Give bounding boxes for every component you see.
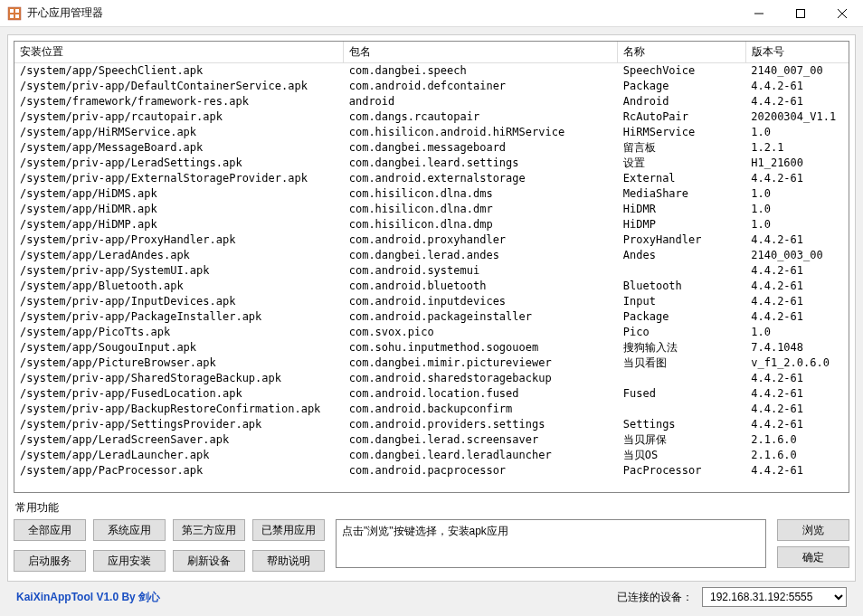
svg-rect-6 xyxy=(797,9,805,17)
cell-pkg: com.android.packageinstaller xyxy=(344,309,618,325)
minimize-button[interactable] xyxy=(738,0,780,27)
cell-ver: 7.4.1048 xyxy=(745,340,849,355)
ok-button[interactable]: 确定 xyxy=(777,546,849,568)
cell-name: ProxyHandler xyxy=(618,232,745,248)
install-path-box[interactable]: 点击"浏览"按键选择，安装apk应用 xyxy=(336,519,766,568)
browse-button[interactable]: 浏览 xyxy=(777,519,849,541)
help-button[interactable]: 帮助说明 xyxy=(252,550,325,572)
table-row[interactable]: /system/app/HiDMP.apkcom.hisilicon.dlna.… xyxy=(14,217,849,232)
table-row[interactable]: /system/priv-app/LeradSettings.apkcom.da… xyxy=(14,156,849,171)
cell-name: Settings xyxy=(618,417,745,432)
cell-ver: 4.4.2-61 xyxy=(745,386,849,402)
table-row[interactable]: /system/priv-app/ProxyHandler.apkcom.and… xyxy=(14,232,849,248)
cell-pkg: com.android.pacprocessor xyxy=(344,463,618,479)
table-row[interactable]: /system/framework/framework-res.apkandro… xyxy=(14,94,849,109)
cell-path: /system/app/PictureBrowser.apk xyxy=(14,355,344,371)
disabled-apps-button[interactable]: 已禁用应用 xyxy=(252,519,325,541)
table-row[interactable]: /system/app/HiDMR.apkcom.hisilicon.dlna.… xyxy=(14,202,849,217)
cell-path: /system/priv-app/FusedLocation.apk xyxy=(14,386,344,402)
refresh-device-button[interactable]: 刷新设备 xyxy=(173,550,245,572)
cell-name: 留言板 xyxy=(618,140,745,156)
cell-ver: 4.4.2-61 xyxy=(745,479,849,479)
cell-path: /system/app/HiRMService.apk xyxy=(14,125,344,140)
cell-name: PacProcessor xyxy=(618,463,745,479)
table-row[interactable]: /system/app/PacProcessor.apkcom.android.… xyxy=(14,463,849,479)
col-header-path[interactable]: 安装位置 xyxy=(14,42,344,63)
cell-name: MediaShare xyxy=(618,186,745,202)
cell-name: Media xyxy=(618,479,745,479)
close-button[interactable] xyxy=(821,0,863,27)
table-row[interactable]: /system/app/MessageBoard.apkcom.dangbei.… xyxy=(14,140,849,156)
cell-path: /system/framework/framework-res.apk xyxy=(14,94,344,109)
cell-path: /system/priv-app/ExternalStorageProvider… xyxy=(14,171,344,186)
table-row[interactable]: /system/priv-app/ExternalStorageProvider… xyxy=(14,171,849,186)
start-service-button[interactable]: 启动服务 xyxy=(14,550,86,572)
table-row[interactable]: /system/priv-app/SettingsProvider.apkcom… xyxy=(14,417,849,432)
cell-ver: 2.1.6.0 xyxy=(745,448,849,463)
col-header-name[interactable]: 名称 xyxy=(618,42,745,63)
app-table[interactable]: 安装位置 包名 名称 版本号 /system/app/SpeechClient.… xyxy=(14,42,849,479)
all-apps-button[interactable]: 全部应用 xyxy=(14,519,86,541)
cell-ver: 4.4.2-61 xyxy=(745,279,849,294)
cell-ver: 4.4.2-61 xyxy=(745,263,849,279)
table-row[interactable]: /system/app/HiRMService.apkcom.hisilicon… xyxy=(14,125,849,140)
cell-name: Bluetooth xyxy=(618,279,745,294)
app-install-button[interactable]: 应用安装 xyxy=(93,550,166,572)
cell-path: /system/priv-app/DefaultContainerService… xyxy=(14,79,344,94)
app-table-scroll[interactable]: 安装位置 包名 名称 版本号 /system/app/SpeechClient.… xyxy=(14,42,849,479)
cell-pkg: com.android.sharedstoragebackup xyxy=(344,371,618,386)
table-row[interactable]: /system/app/LeradLauncher.apkcom.dangbei… xyxy=(14,448,849,463)
table-row[interactable]: /system/app/SougouInput.apkcom.sohu.inpu… xyxy=(14,340,849,355)
cell-path: /system/priv-app/PackageInstaller.apk xyxy=(14,309,344,325)
cell-pkg: com.dangbei.mimir.pictureviewer xyxy=(344,355,618,371)
cell-pkg: com.hisilicon.android.hiRMService xyxy=(344,125,618,140)
main-panel: 安装位置 包名 名称 版本号 /system/app/SpeechClient.… xyxy=(7,34,856,582)
table-row[interactable]: /system/app/PicoTts.apkcom.svox.picoPico… xyxy=(14,325,849,340)
sys-apps-button[interactable]: 系统应用 xyxy=(93,519,166,541)
table-row[interactable]: /system/priv-app/FusedLocation.apkcom.an… xyxy=(14,386,849,402)
cell-name xyxy=(618,263,745,279)
cell-ver: 2140_007_00 xyxy=(745,63,849,80)
cell-name: HiRMService xyxy=(618,125,745,140)
svg-rect-3 xyxy=(10,14,14,18)
col-header-pkg[interactable]: 包名 xyxy=(344,42,618,63)
cell-pkg: android xyxy=(344,94,618,109)
cell-pkg: com.dangbei.leard.settings xyxy=(344,156,618,171)
cell-ver: 4.4.2-61 xyxy=(745,402,849,417)
cell-name: 搜狗输入法 xyxy=(618,340,745,355)
table-row[interactable]: /system/priv-app/SharedStorageBackup.apk… xyxy=(14,371,849,386)
cell-pkg: com.dangbei.leard.leradlauncher xyxy=(344,448,618,463)
table-row[interactable]: /system/priv-app/PackageInstaller.apkcom… xyxy=(14,309,849,325)
table-row[interactable]: /system/app/Bluetooth.apkcom.android.blu… xyxy=(14,279,849,294)
table-row[interactable]: /system/app/LeradAndes.apkcom.dangbei.le… xyxy=(14,248,849,263)
table-row[interactable]: /system/priv-app/MediaProvider.apkcom.an… xyxy=(14,479,849,479)
cell-pkg: com.dangbei.lerad.andes xyxy=(344,248,618,263)
cell-name: Andes xyxy=(618,248,745,263)
table-row[interactable]: /system/app/HiDMS.apkcom.hisilicon.dlna.… xyxy=(14,186,849,202)
cell-ver: 4.4.2-61 xyxy=(745,463,849,479)
device-select[interactable]: 192.168.31.192:5555 xyxy=(702,587,847,607)
cell-path: /system/app/MessageBoard.apk xyxy=(14,140,344,156)
cell-ver: 4.4.2-61 xyxy=(745,417,849,432)
table-row[interactable]: /system/app/LeradScreenSaver.apkcom.dang… xyxy=(14,432,849,448)
table-row[interactable]: /system/priv-app/BackupRestoreConfirmati… xyxy=(14,402,849,417)
cell-path: /system/priv-app/ProxyHandler.apk xyxy=(14,232,344,248)
third-apps-button[interactable]: 第三方应用 xyxy=(173,519,245,541)
cell-path: /system/app/SougouInput.apk xyxy=(14,340,344,355)
table-row[interactable]: /system/priv-app/SystemUI.apkcom.android… xyxy=(14,263,849,279)
window-title: 开心应用管理器 xyxy=(27,5,738,21)
maximize-button[interactable] xyxy=(780,0,821,27)
cell-path: /system/priv-app/LeradSettings.apk xyxy=(14,156,344,171)
table-row[interactable]: /system/priv-app/rcautopair.apkcom.dangs… xyxy=(14,109,849,125)
table-row[interactable]: /system/app/PictureBrowser.apkcom.dangbe… xyxy=(14,355,849,371)
table-row[interactable]: /system/priv-app/InputDevices.apkcom.and… xyxy=(14,294,849,309)
cell-ver: 4.4.2-61 xyxy=(745,232,849,248)
cell-path: /system/app/LeradLauncher.apk xyxy=(14,448,344,463)
table-row[interactable]: /system/app/SpeechClient.apkcom.dangbei.… xyxy=(14,63,849,80)
cell-path: /system/app/HiDMS.apk xyxy=(14,186,344,202)
cell-name: 设置 xyxy=(618,156,745,171)
cell-ver: 1.0 xyxy=(745,325,849,340)
table-row[interactable]: /system/priv-app/DefaultContainerService… xyxy=(14,79,849,94)
col-header-ver[interactable]: 版本号 xyxy=(745,42,849,63)
cell-ver: H1_21600 xyxy=(745,156,849,171)
